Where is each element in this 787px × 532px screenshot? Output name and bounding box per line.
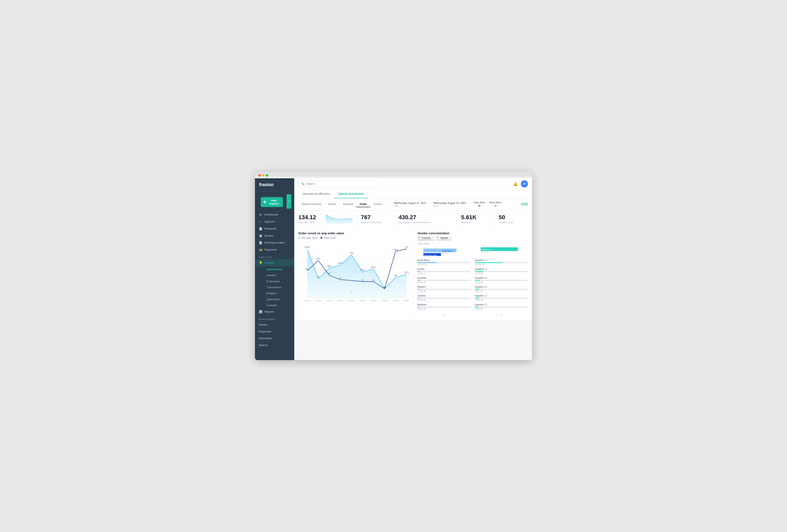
vendor-bar-row: Supplier1--3 4,171.50 — [475, 268, 528, 274]
page-area: Operational efficiency Spend distributio… — [294, 190, 532, 360]
total-value: 102,868.35 — [424, 257, 431, 257]
sidebar-item-requests[interactable]: 📄 Requests — [255, 225, 294, 232]
vendor-bar-row: Supplier1--7 1,608.00 — [475, 303, 528, 310]
vendor-filter-chip[interactable]: 📍 Vendor ✕ — [436, 237, 452, 240]
vendor-filter-x[interactable]: ✕ — [450, 237, 452, 239]
country-filter-x[interactable]: ✕ — [432, 237, 433, 239]
sidebar-item-employee-mgmt[interactable]: Employee — [255, 328, 294, 335]
start-date-label: Start — [394, 204, 426, 207]
stat-value: 5.61K — [461, 214, 490, 221]
currency-label: USD — [521, 202, 528, 206]
country-filter-chip[interactable]: 📍 Country ✕ — [418, 237, 434, 240]
customs-label: Customs — [267, 304, 277, 307]
notification-button[interactable]: 🔔 — [513, 182, 517, 186]
order-count-svg: 256.5 96 149.4 165.4 226 129.3 139.2 59 … — [298, 242, 409, 304]
vendor-filters: 📍 Country ✕ 📍 Vendor ✕ — [418, 237, 528, 240]
reports-icon: 📊 — [259, 310, 262, 313]
sidebar-item-transactions[interactable]: Transactions — [264, 284, 294, 290]
vendor-amount: 4,171.50 — [475, 272, 528, 274]
x-label-1: 202211 — [315, 300, 321, 302]
search-box[interactable]: 🔍 — [298, 181, 377, 187]
area-fill — [307, 249, 407, 298]
start-date-value: Wednesday, August 24, 2022 — [394, 202, 426, 204]
x-label-3: 202302 — [338, 300, 343, 302]
filter-invoice[interactable]: Invoice — [370, 201, 385, 207]
logo: fraxion — [255, 178, 294, 191]
analytics-section-label: ANALYTICS — [255, 253, 294, 259]
search-label: Search — [259, 343, 268, 347]
filter-divider: | — [388, 202, 389, 206]
vendor-name: Supplier1--1 — [475, 259, 528, 261]
analytics-submenu: Dashboards Vendors Employees Transaction… — [255, 266, 294, 308]
filters-bar: Spend summary Vendor Request Order Invoi… — [294, 198, 532, 210]
budgets-label: Budgets — [267, 292, 276, 295]
vendor-info: Supplier1--3 4,171.50 — [475, 268, 528, 274]
sidebar-item-label: Payments — [264, 248, 277, 251]
stat-label: Received — [461, 221, 490, 224]
x-label-5: 202304 — [360, 300, 366, 302]
order-count-label: Order count — [324, 237, 336, 239]
filter-request[interactable]: Request — [340, 201, 356, 207]
sidebar-item-dashboard[interactable]: ⊞ Dashboard — [255, 211, 294, 218]
tab-operational-efficiency[interactable]: Operational efficiency — [298, 190, 334, 198]
location-icon: 📍 — [418, 237, 420, 239]
country-info: Australia 2,542.00 — [418, 276, 471, 284]
vendor-bar-row: Supplier1--5 1,911.25 — [475, 286, 528, 292]
country-chevron-down[interactable]: ⌄ — [418, 312, 471, 317]
sidebar-item-payments[interactable]: 💳 Payments — [255, 246, 294, 253]
country-amount: 18,472.20 — [418, 263, 471, 266]
vendor-amount: 1,841.60 — [475, 299, 528, 301]
stat-label: Orders in this period — [361, 221, 390, 224]
sidebar-item-dashboards[interactable]: Dashboards — [264, 266, 294, 272]
sidebar-item-budgets[interactable]: Budgets — [264, 290, 294, 296]
top-bar-right: 🔔 AF — [513, 180, 528, 187]
filter-order[interactable]: Order — [356, 201, 370, 207]
new-request-button[interactable]: ⊕ New request — [261, 197, 283, 207]
open-filters-button[interactable]: Open filters ⚙ — [471, 200, 487, 208]
label-226: 226 — [350, 252, 353, 254]
filter-vendor[interactable]: Vendor — [325, 201, 340, 207]
payments-icon: 💳 — [259, 248, 262, 251]
oc-label-56: 56 — [328, 272, 331, 274]
new-request-dropdown-button[interactable]: ▾ — [286, 194, 291, 209]
country-amount: 2,199.00 — [418, 290, 471, 292]
order-chart-title: Order count vs avg order value — [298, 231, 409, 235]
country-info: Belgium 2,199.00 — [418, 286, 471, 292]
sidebar-item-purchase-orders[interactable]: 📑 Purchase orders — [255, 239, 294, 246]
sidebar-item-employees[interactable]: Employees — [264, 278, 294, 284]
sidebar-item-insights[interactable]: 💡 Insights — [255, 259, 294, 266]
country-name: Belgium — [418, 286, 471, 288]
sidebar-item-customs[interactable]: Customs — [264, 302, 294, 308]
sidebar-item-label: Requests — [264, 227, 276, 230]
sidebar-item-operations[interactable]: Operations — [264, 296, 294, 302]
vendor-top-bar-svg: Supplier1--10 24,047.78 — [475, 247, 528, 253]
reset-filters-button[interactable]: Reset filters ↺ — [487, 200, 504, 208]
charts-row: Order count vs avg order value Avg order… — [294, 228, 532, 320]
sidebar-item-vendor-mgmt[interactable]: Vendor — [255, 321, 294, 328]
search-input[interactable] — [306, 182, 374, 185]
end-date-value: Wednesday, August 23, 2023 — [433, 202, 466, 204]
insights-icon: 💡 — [259, 261, 262, 264]
sidebar-item-administer[interactable]: Administer — [255, 335, 294, 342]
x-label-7: 202306 — [382, 300, 388, 302]
vendor-concentration-title: Vendor concentration — [418, 231, 528, 235]
vendor-bar-row: Supplier1--1 12,459.00 — [475, 259, 528, 266]
legend-order-count: Order count — [320, 237, 336, 239]
label-256: 256.5 — [305, 246, 310, 248]
country-bar-row: Australia 2,542.00 — [418, 276, 471, 284]
sidebar-insights-label: Insights — [264, 261, 274, 264]
tab-spend-distribution[interactable]: Spend distribution — [334, 190, 368, 198]
country-name: Austria — [418, 268, 471, 270]
vendor-chevron-down[interactable]: ⌄ — [475, 312, 528, 317]
sidebar-item-approve[interactable]: ✓ Approve — [255, 218, 294, 225]
sidebar-item-vendors[interactable]: Vendors — [264, 272, 294, 278]
sidebar-item-label: Approve — [264, 220, 275, 223]
main-content: 🔍 🔔 AF Operational efficiency Spend dist… — [294, 178, 532, 360]
stat-label: Vendors used — [499, 221, 528, 224]
sidebar-item-quotes[interactable]: 📋 Quotes — [255, 232, 294, 239]
avatar-button[interactable]: AF — [521, 180, 528, 187]
sidebar-item-reports[interactable]: 📊 Reports — [255, 308, 294, 315]
stat-avg-order-value: 134.12 Avg order value — [294, 210, 357, 227]
sidebar-item-search[interactable]: Search — [255, 342, 294, 349]
filter-spend-summary[interactable]: Spend summary — [298, 201, 325, 207]
